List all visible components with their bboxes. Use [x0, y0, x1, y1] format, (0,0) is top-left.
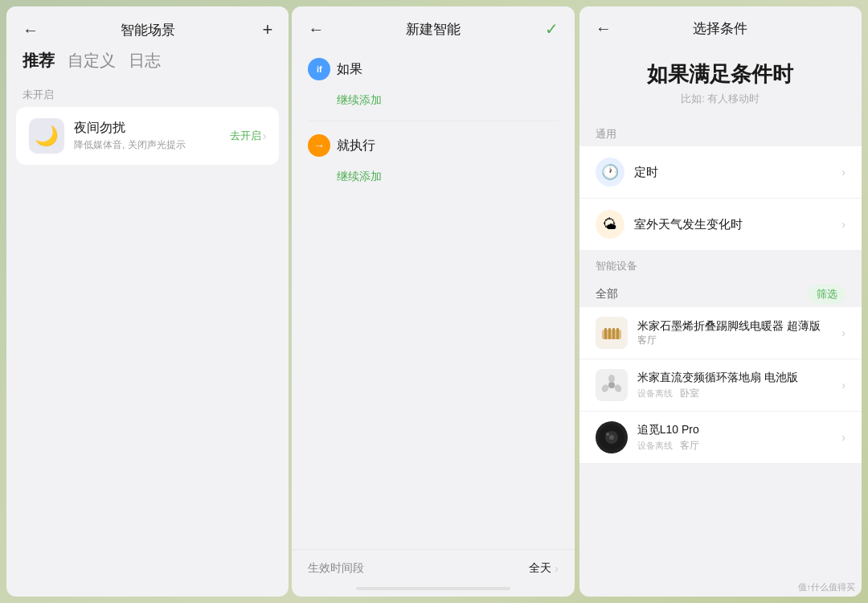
condition-timer[interactable]: 🕐 定时 › — [579, 146, 862, 199]
smart-scene-panel: ← 智能场景 + 推荐 自定义 日志 未开启 🌙 夜间勿扰 降低媒体音, 关闭声… — [6, 6, 289, 597]
vacuum-icon — [596, 421, 628, 453]
fan-status: 设备离线 卧室 — [637, 387, 842, 400]
tab-log[interactable]: 日志 — [129, 50, 161, 72]
panel2-header: ← 新建智能 ✓ — [292, 6, 574, 45]
if-icon: if — [308, 58, 330, 80]
heater-name: 米家石墨烯折叠踢脚线电暖器 超薄版 — [637, 318, 842, 334]
svg-rect-4 — [616, 328, 619, 339]
chevron-right-icon: › — [263, 129, 267, 142]
time-bar-value[interactable]: 全天 › — [529, 561, 559, 576]
select-condition-panel: ← 选择条件 如果满足条件时 比如: 有人移动时 通用 🕐 定时 › 🌤 室外天… — [579, 6, 862, 597]
panel2-back-button[interactable]: ← — [308, 20, 332, 39]
then-add-button[interactable]: 继续添加 — [292, 163, 574, 197]
vacuum-status: 设备离线 客厅 — [637, 439, 842, 453]
section-not-enabled: 未开启 — [6, 81, 289, 107]
time-chevron-icon: › — [555, 562, 559, 575]
tab-row: 推荐 自定义 日志 — [6, 47, 289, 81]
scene-icon: 🌙 — [29, 118, 64, 154]
fan-icon — [596, 369, 628, 401]
then-icon: → — [308, 134, 330, 157]
conditions-list: 🕐 定时 › 🌤 室外天气发生变化时 › — [579, 146, 862, 251]
if-label: 如果 — [337, 61, 362, 78]
condition-timer-chevron: › — [841, 166, 845, 178]
condition-weather[interactable]: 🌤 室外天气发生变化时 › — [579, 199, 862, 251]
fan-chevron: › — [841, 379, 845, 392]
scene-action-button[interactable]: 去开启 › — [230, 129, 267, 143]
heater-chevron: › — [841, 326, 845, 339]
then-title: → 就执行 — [308, 134, 558, 157]
if-title: if 如果 — [308, 58, 558, 80]
condition-subtitle: 比如: 有人移动时 — [579, 92, 862, 119]
condition-weather-label: 室外天气发生变化时 — [634, 217, 842, 232]
panel1-title: 智能场景 — [47, 21, 248, 39]
condition-timer-label: 定时 — [634, 165, 842, 180]
general-section-label: 通用 — [579, 119, 862, 146]
device-fan[interactable]: 米家直流变频循环落地扇 电池版 设备离线 卧室 › — [579, 359, 862, 412]
panel1-header: ← 智能场景 + — [6, 6, 289, 47]
if-section: if 如果 — [292, 45, 574, 87]
panel1-add-button[interactable]: + — [248, 19, 272, 40]
vacuum-info: 追觅L10 Pro 设备离线 客厅 — [637, 422, 842, 453]
devices-list: 米家石墨烯折叠踢脚线电暖器 超薄版 客厅 › 米家直流变频循环落地扇 电池版 — [579, 307, 862, 464]
condition-main-title: 如果满足条件时 — [579, 44, 862, 92]
device-heater[interactable]: 米家石墨烯折叠踢脚线电暖器 超薄版 客厅 › — [579, 307, 862, 359]
fan-name: 米家直流变频循环落地扇 电池版 — [637, 370, 842, 386]
device-section-label: 智能设备 — [579, 251, 862, 278]
scene-info: 夜间勿扰 降低媒体音, 关闭声光提示 — [74, 120, 220, 152]
svg-rect-1 — [604, 328, 607, 339]
panel2-title: 新建智能 — [332, 20, 534, 39]
svg-point-5 — [608, 382, 615, 388]
night-scene-card[interactable]: 🌙 夜间勿扰 降低媒体音, 关闭声光提示 去开启 › — [16, 107, 279, 165]
device-filter-row: 全部 筛选 — [579, 278, 862, 307]
device-vacuum[interactable]: 追觅L10 Pro 设备离线 客厅 › — [579, 412, 862, 464]
fan-info: 米家直流变频循环落地扇 电池版 设备离线 卧室 — [637, 370, 842, 401]
new-smart-panel: ← 新建智能 ✓ if 如果 继续添加 → 就执行 继续添加 — [292, 6, 574, 597]
watermark: 值↑什么值得买 — [798, 581, 856, 593]
tab-custom[interactable]: 自定义 — [68, 50, 116, 72]
then-label: 就执行 — [337, 137, 375, 154]
panel3-back-button[interactable]: ← — [596, 19, 620, 38]
svg-point-6 — [608, 375, 615, 383]
panel3-header: ← 选择条件 — [579, 6, 862, 44]
svg-point-11 — [609, 435, 614, 440]
vacuum-chevron: › — [841, 431, 845, 444]
svg-rect-3 — [612, 328, 615, 339]
scene-desc: 降低媒体音, 关闭声光提示 — [74, 138, 220, 152]
svg-point-12 — [606, 433, 609, 436]
heater-info: 米家石墨烯折叠踢脚线电暖器 超薄版 客厅 — [637, 318, 842, 348]
timer-icon: 🕐 — [596, 158, 624, 187]
panel1-back-button[interactable]: ← — [23, 21, 47, 39]
tab-recommend[interactable]: 推荐 — [23, 50, 55, 72]
filter-button[interactable]: 筛选 — [809, 285, 845, 304]
all-devices-label: 全部 — [596, 287, 618, 302]
scene-name: 夜间勿扰 — [74, 120, 220, 137]
panel3-nav-title: 选择条件 — [620, 19, 821, 38]
panel2-confirm-button[interactable]: ✓ — [534, 19, 559, 39]
heater-location: 客厅 — [637, 334, 842, 347]
vacuum-name: 追觅L10 Pro — [637, 422, 842, 438]
then-section: → 就执行 — [292, 121, 574, 163]
if-add-button[interactable]: 继续添加 — [292, 87, 574, 121]
weather-icon: 🌤 — [596, 210, 624, 239]
svg-rect-2 — [608, 328, 611, 339]
condition-weather-chevron: › — [841, 218, 845, 231]
time-bar: 生效时间段 全天 › — [292, 549, 574, 587]
time-bar-label: 生效时间段 — [308, 561, 364, 576]
heater-icon — [596, 317, 628, 349]
